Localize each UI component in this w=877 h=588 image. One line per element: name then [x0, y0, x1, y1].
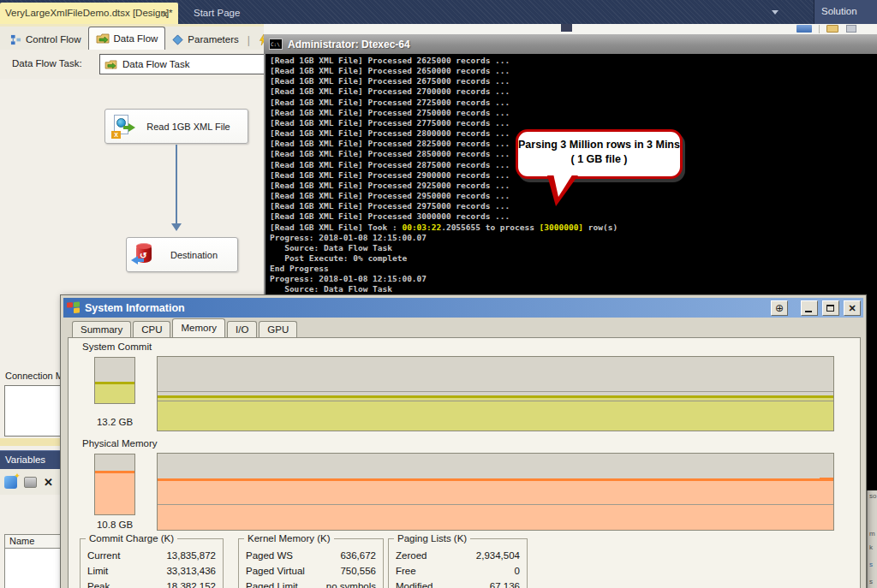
background-panel-strip: so m k s s: [867, 490, 877, 588]
variables-list[interactable]: [4, 549, 62, 588]
chevron-down-icon[interactable]: [772, 10, 779, 15]
xml-file-icon: X: [111, 115, 134, 139]
maximize-icon: [826, 305, 834, 312]
data-flow-icon: [96, 33, 110, 44]
name-column-header[interactable]: Name: [4, 534, 62, 549]
tab-io[interactable]: I/O: [227, 321, 257, 337]
stat-row: Paged Virtual750,556: [246, 563, 376, 579]
group-commit-charge: Commit Charge (K) Current13,835,872 Limi…: [80, 538, 224, 588]
source-box[interactable]: X Read 1GB XML File: [104, 109, 248, 144]
parameters-icon: [172, 34, 183, 45]
sysinfo-title: System Information: [85, 302, 767, 314]
console-line: [Read 1GB XML File] Took : 00:03:22.2055…: [270, 223, 877, 233]
combo-fragment: [561, 24, 572, 32]
console-line: Source: Data Flow Task: [270, 243, 877, 253]
data-flow-task-combo[interactable]: Data Flow Task: [99, 54, 271, 74]
memory-tab-panel: System Commit 13.2 GB Physical Memory 10…: [68, 337, 861, 588]
window-icon[interactable]: [796, 25, 812, 33]
stat-row: Limit33,313,436: [87, 563, 216, 579]
console-line: [Read 1GB XML File] Processed 2750000 re…: [270, 108, 877, 118]
close-button[interactable]: ✕: [844, 300, 861, 316]
text-fragment: s: [869, 578, 873, 585]
database-destination-icon: ↺: [133, 243, 156, 267]
physical-memory-label: Physical Memory: [82, 438, 158, 448]
tab-separator: |: [248, 34, 250, 46]
stat-row: Peak18,382,152: [87, 579, 216, 588]
console-line: [Read 1GB XML File] Processed 2650000 re…: [270, 66, 877, 76]
physical-memory-value: 10.8 GB: [86, 520, 144, 530]
console-line: Source: Data Flow Task: [270, 284, 877, 294]
doc-tab-active[interactable]: VeryLargeXmlFileDemo.dtsx [Design]* ×: [0, 3, 178, 24]
console-titlebar[interactable]: C:\ Administrator: Dtexec-64: [264, 34, 877, 54]
sysinfo-titlebar[interactable]: System Information ⊕ ✕: [63, 298, 863, 318]
callout-tail-inner: [553, 174, 573, 197]
callout-line-1: Parsing 3 Million rows in 3 Mins: [518, 139, 680, 151]
maximize-button[interactable]: [822, 300, 839, 316]
connection-managers-list[interactable]: [4, 385, 62, 437]
console-line: [Read 1GB XML File] Processed 2725000 re…: [270, 98, 877, 108]
console-line: [Read 1GB XML File] Processed 2775000 re…: [270, 118, 877, 128]
doc-tab-label: VeryLargeXmlFileDemo.dtsx [Design]*: [5, 8, 173, 18]
vs-titlebar: VeryLargeXmlFileDemo.dtsx [Design]* × St…: [0, 0, 877, 24]
variables-panel-header: Variables: [0, 450, 62, 469]
tab-data-flow[interactable]: Data Flow: [88, 27, 166, 50]
destination-box-label: Destination: [156, 250, 237, 260]
control-flow-icon: [10, 34, 21, 45]
console-line: Progress: 2018-01-08 12:15:00.07: [270, 274, 877, 284]
designer-tab-strip: Control Flow Data Flow Parameters | Ev: [0, 27, 264, 50]
console-line: [Read 1GB XML File] Processed 3000000 re…: [270, 211, 877, 222]
tab-control-flow[interactable]: Control Flow: [3, 29, 88, 50]
group-title: Commit Charge (K): [86, 533, 177, 543]
cmd-icon: C:\: [269, 39, 283, 50]
flow-arrow-head-icon: [171, 223, 182, 231]
physical-memory-gauge: [94, 454, 135, 515]
text-fragment: m: [869, 530, 875, 538]
variables-toolbar: ✦ ✕: [0, 469, 62, 495]
tab-gpu[interactable]: GPU: [259, 321, 297, 337]
sparkle-icon: ✦: [14, 472, 21, 480]
add-variable-button[interactable]: ✦: [4, 476, 17, 489]
toolbar-icon[interactable]: [846, 25, 856, 33]
stat-row: Paged Limitno symbols: [246, 579, 376, 588]
connection-managers-header: Connection M: [5, 371, 62, 381]
group-title: Paging Lists (K): [394, 533, 470, 543]
stat-row: Paged WS636,672: [246, 548, 376, 563]
console-title: Administrator: Dtexec-64: [288, 39, 410, 50]
windows-flag-icon: [67, 301, 81, 314]
source-box-label: Read 1GB XML File: [134, 122, 248, 132]
console-line: Progress: 2018-01-08 12:15:00.07: [270, 233, 877, 243]
solution-panel-header[interactable]: Solution: [814, 0, 877, 24]
data-flow-task-label: Data Flow Task:: [12, 58, 82, 68]
stat-row: Modified67,136: [396, 579, 520, 588]
destination-box[interactable]: ↺ Destination: [126, 237, 238, 272]
grid-options-button[interactable]: [24, 477, 37, 488]
data-flow-task-value: Data Flow Task: [122, 59, 189, 69]
group-title: Kernel Memory (K): [244, 533, 334, 543]
group-kernel-memory: Kernel Memory (K) Paged WS636,672 Paged …: [238, 538, 384, 588]
close-icon[interactable]: ×: [162, 9, 168, 20]
system-information-window: System Information ⊕ ✕ Summary CPU Memor…: [60, 294, 867, 588]
sysinfo-tab-strip: Summary CPU Memory I/O GPU: [72, 321, 299, 337]
system-commit-label: System Commit: [82, 342, 152, 352]
tab-label: Control Flow: [26, 34, 81, 45]
tab-memory[interactable]: Memory: [172, 318, 225, 337]
minimize-button[interactable]: [801, 300, 818, 316]
system-commit-value: 13.2 GB: [86, 417, 144, 427]
tab-summary[interactable]: Summary: [72, 321, 131, 337]
system-commit-gauge: [94, 357, 135, 404]
stat-row: Current13,835,872: [87, 548, 216, 563]
group-paging-lists: Paging Lists (K) Zeroed2,934,504 Free0 M…: [388, 538, 528, 588]
tab-label: Parameters: [188, 34, 238, 45]
panel-splitter[interactable]: [0, 438, 62, 446]
task-row: Data Flow Task: Data Flow Task: [0, 50, 264, 79]
delete-variable-button[interactable]: ✕: [44, 477, 53, 488]
folder-icon[interactable]: [826, 25, 838, 33]
system-commit-graph: [157, 356, 834, 431]
console-line: [Read 1GB XML File] Processed 2625000 re…: [270, 56, 877, 66]
tab-cpu[interactable]: CPU: [133, 321, 170, 337]
vs-toolbar-strip: [264, 24, 877, 34]
find-window-button[interactable]: ⊕: [771, 300, 788, 316]
tab-parameters[interactable]: Parameters: [165, 29, 245, 50]
stat-row: Free0: [396, 563, 520, 579]
doc-tab-start-page[interactable]: Start Page: [185, 3, 248, 24]
